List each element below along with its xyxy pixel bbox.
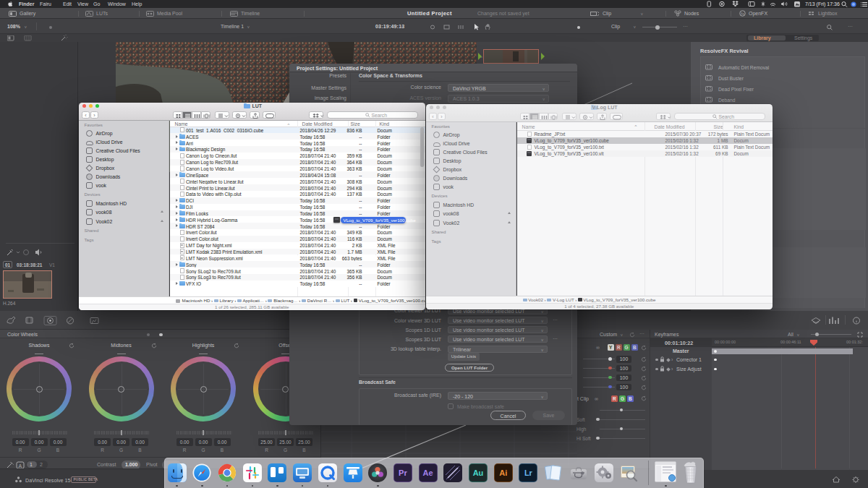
svg-text:A: A — [19, 463, 22, 468]
svg-text:fx: fx — [741, 12, 744, 16]
